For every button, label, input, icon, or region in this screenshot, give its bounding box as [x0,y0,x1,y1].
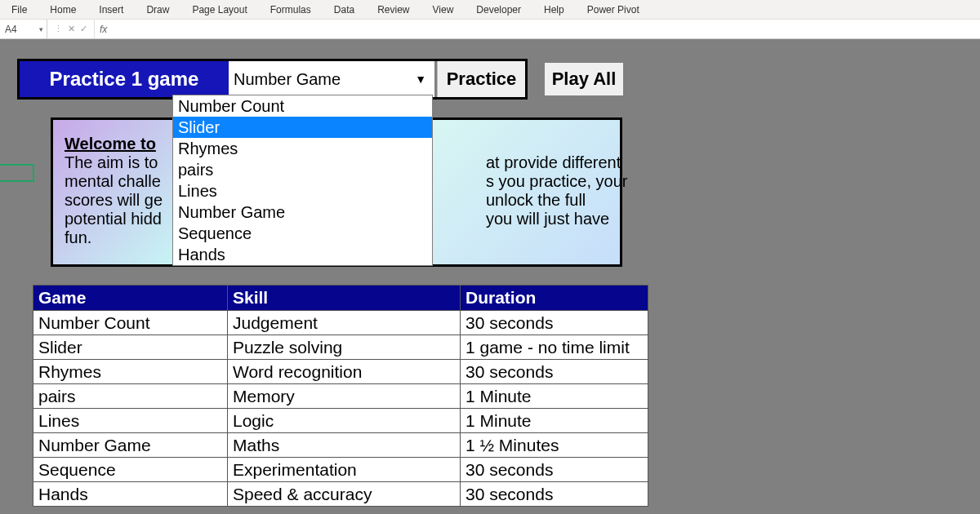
cell-duration: 30 seconds [461,482,648,507]
cell-duration: 30 seconds [461,458,648,482]
welcome-text: s you practice, your [486,172,641,191]
game-select-dropdown[interactable]: Number Game ▼ [229,61,434,97]
dropdown-item[interactable]: Number Game [173,202,432,223]
dropdown-item[interactable]: Hands [173,244,432,265]
tab-file[interactable]: File [0,1,38,19]
formula-bar: A4 ▾ ⋮ ✕ ✓ fx [0,20,980,39]
cell-duration: 1 Minute [461,384,648,409]
chevron-down-icon[interactable]: ▼ [415,73,426,86]
table-row[interactable]: Hands Speed & accuracy 30 seconds [33,482,648,507]
formula-input[interactable] [112,20,980,38]
cell-game: Number Count [33,311,228,335]
tab-developer[interactable]: Developer [465,1,532,19]
name-box[interactable]: A4 ▾ [0,20,47,38]
tab-formulas[interactable]: Formulas [259,1,323,19]
accept-icon[interactable]: ✓ [80,24,87,34]
practice-button[interactable]: Practice [437,61,525,97]
welcome-text: unlock the full [486,191,641,210]
table-row[interactable]: pairs Memory 1 Minute [33,384,648,409]
practice-one-game-label: Practice 1 game [20,61,229,97]
cell-game: Number Game [33,433,228,458]
dropdown-item[interactable]: Number Count [173,95,432,117]
cell-duration: 1 ½ Minutes [461,433,648,458]
separator-icon: ⋮ [54,24,63,34]
dropdown-item[interactable]: pairs [173,159,432,180]
tab-view[interactable]: View [421,1,466,19]
cell-skill: Judgement [228,311,461,335]
cell-skill: Experimentation [228,458,461,482]
cancel-icon[interactable]: ✕ [68,24,75,34]
tab-data[interactable]: Data [323,1,366,19]
dropdown-item[interactable]: Rhymes [173,138,432,159]
welcome-text: you will just have [486,210,641,228]
fx-icon[interactable]: fx [95,24,112,35]
dropdown-item[interactable]: Slider [173,117,432,138]
tab-review[interactable]: Review [366,1,421,19]
tab-help[interactable]: Help [532,1,576,19]
cell-game: Sequence [33,458,228,482]
table-header-row: Game Skill Duration [33,286,648,311]
cell-duration: 1 Minute [461,409,648,433]
cell-reference: A4 [5,24,17,35]
selected-cell[interactable] [0,164,34,182]
table-row[interactable]: Number Game Maths 1 ½ Minutes [33,433,648,458]
games-table: Game Skill Duration Number Count Judgeme… [33,285,648,507]
table-row[interactable]: Slider Puzzle solving 1 game - no time l… [33,335,648,360]
table-row[interactable]: Sequence Experimentation 30 seconds [33,458,648,482]
welcome-text: at provide different [486,153,641,172]
tab-insert[interactable]: Insert [87,1,135,19]
game-select-value: Number Game [234,70,341,89]
game-dropdown-list[interactable]: Number Count Slider Rhymes pairs Lines N… [172,95,433,266]
cell-game: Lines [33,409,228,433]
cell-game: pairs [33,384,228,409]
cell-game: Slider [33,335,228,360]
tab-power-pivot[interactable]: Power Pivot [576,1,651,19]
cell-duration: 30 seconds [461,311,648,335]
table-row[interactable]: Rhymes Word recognition 30 seconds [33,360,648,384]
tab-home[interactable]: Home [38,1,87,19]
chevron-down-icon[interactable]: ▾ [39,25,43,33]
cell-game: Rhymes [33,360,228,384]
cell-skill: Puzzle solving [228,335,461,360]
ribbon-tabs: File Home Insert Draw Page Layout Formul… [0,0,980,20]
dropdown-item[interactable]: Sequence [173,223,432,244]
cell-skill: Speed & accuracy [228,482,461,507]
cell-game: Hands [33,482,228,507]
play-all-button[interactable]: Play All [545,63,623,95]
table-row[interactable]: Number Count Judgement 30 seconds [33,311,648,335]
cell-skill: Memory [228,384,461,409]
header-duration: Duration [461,286,648,311]
header-game: Game [33,286,228,311]
dropdown-item[interactable]: Lines [173,180,432,202]
cell-skill: Word recognition [228,360,461,384]
cell-duration: 30 seconds [461,360,648,384]
table-row[interactable]: Lines Logic 1 Minute [33,409,648,433]
worksheet-canvas[interactable]: Practice 1 game Number Game ▼ Practice P… [0,39,980,514]
cell-duration: 1 game - no time limit [461,335,648,360]
cell-skill: Logic [228,409,461,433]
cell-skill: Maths [228,433,461,458]
tab-page-layout[interactable]: Page Layout [180,1,258,19]
tab-draw[interactable]: Draw [135,1,180,19]
header-skill: Skill [228,286,461,311]
